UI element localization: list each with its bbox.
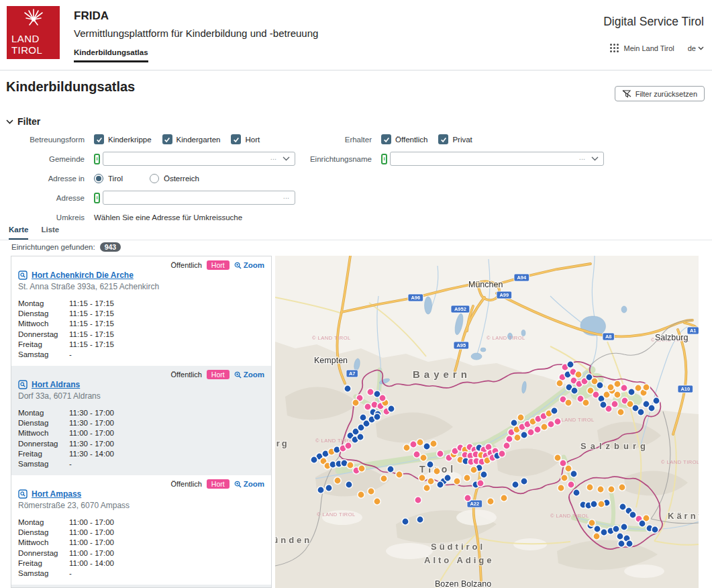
facility-marker[interactable] (628, 389, 635, 395)
facility-marker[interactable] (638, 409, 644, 415)
facility-marker[interactable] (575, 371, 582, 378)
facility-marker[interactable] (477, 480, 484, 487)
facility-marker[interactable] (565, 399, 572, 406)
facility-marker[interactable] (652, 526, 658, 533)
facility-marker[interactable] (617, 533, 623, 540)
facility-marker[interactable] (514, 434, 521, 441)
facility-marker[interactable] (423, 443, 430, 450)
facility-marker[interactable] (594, 526, 601, 532)
facility-marker[interactable] (423, 485, 430, 491)
facility-marker[interactable] (554, 454, 561, 461)
facility-marker[interactable] (444, 475, 451, 481)
facility-marker[interactable] (517, 414, 524, 421)
facility-marker[interactable] (430, 440, 437, 447)
facility-marker[interactable] (387, 466, 394, 473)
facility-marker[interactable] (402, 518, 409, 525)
facility-marker[interactable] (548, 421, 554, 428)
facility-marker[interactable] (626, 540, 633, 547)
facility-marker[interactable] (639, 520, 646, 527)
facility-marker[interactable] (608, 486, 615, 493)
einrichtungsname-combobox[interactable]: ... (390, 152, 604, 166)
facility-marker[interactable] (487, 498, 494, 505)
facility-marker[interactable] (419, 475, 425, 481)
facility-link[interactable]: Hort Aldrans (32, 380, 80, 389)
facility-marker[interactable] (556, 380, 563, 387)
facility-marker[interactable] (396, 471, 403, 478)
facility-marker[interactable] (454, 478, 460, 485)
facility-marker[interactable] (345, 442, 352, 449)
facility-marker[interactable] (554, 418, 561, 425)
facility-link[interactable]: Hort Ampass (32, 489, 81, 499)
facility-marker[interactable] (614, 391, 621, 398)
facility-marker[interactable] (334, 477, 341, 484)
facility-marker[interactable] (317, 487, 324, 493)
facility-marker[interactable] (415, 497, 421, 503)
facility-marker[interactable] (346, 481, 352, 488)
facility-marker[interactable] (410, 441, 417, 448)
facility-marker[interactable] (364, 403, 371, 410)
facility-marker[interactable] (499, 450, 505, 457)
facility-marker[interactable] (388, 405, 395, 412)
facility-list[interactable]: Öffentlich Hort Zoom (11, 256, 272, 588)
zoom-link[interactable]: Zoom (234, 480, 264, 488)
facility-marker[interactable] (325, 485, 332, 491)
facility-marker[interactable] (417, 439, 423, 446)
facility-marker[interactable] (379, 395, 386, 401)
tirol-map[interactable]: © LAND TIROL© LAND TIROL© LAND TIROL© LA… (275, 256, 699, 588)
facility-marker[interactable] (571, 387, 578, 394)
facility-marker[interactable] (567, 361, 574, 368)
facility-marker[interactable] (511, 420, 517, 426)
erhalter-checkbox-öffentlich[interactable]: Öffentlich (381, 134, 427, 144)
betreuungsform-checkbox-kinderkrippe[interactable]: Kinderkrippe (94, 134, 152, 144)
facility-marker[interactable] (464, 495, 471, 501)
facility-marker[interactable] (521, 478, 527, 485)
facility-marker[interactable] (558, 485, 564, 491)
facility-marker[interactable] (551, 407, 558, 414)
land-tirol-logo[interactable]: LANDTIROL (7, 6, 60, 59)
tab-liste[interactable]: Liste (41, 226, 59, 240)
facility-marker[interactable] (358, 491, 364, 498)
facility-marker[interactable] (617, 409, 624, 415)
nav-tab-kinderbildungsatlas[interactable]: Kinderbildungsatlas (74, 48, 148, 62)
facility-marker[interactable] (501, 495, 507, 501)
facility-marker[interactable] (541, 424, 548, 430)
facility-marker[interactable] (534, 426, 541, 433)
facility-marker[interactable] (611, 401, 618, 407)
facility-marker[interactable] (380, 475, 387, 482)
facility-marker[interactable] (503, 442, 510, 449)
facility-marker[interactable] (653, 397, 660, 404)
facility-marker[interactable] (368, 488, 374, 495)
facility-marker[interactable] (464, 475, 470, 481)
facility-marker[interactable] (582, 399, 589, 406)
facility-marker[interactable] (434, 468, 440, 475)
facility-marker[interactable] (437, 481, 444, 488)
betreuungsform-checkbox-hort[interactable]: Hort (231, 134, 260, 144)
facility-marker[interactable] (374, 498, 380, 505)
facility-marker[interactable] (560, 460, 566, 467)
facility-marker[interactable] (607, 384, 614, 391)
zoom-link[interactable]: Zoom (234, 371, 264, 379)
facility-marker[interactable] (527, 429, 534, 436)
facility-marker[interactable] (358, 465, 365, 472)
facility-marker[interactable] (427, 461, 434, 468)
facility-marker[interactable] (352, 399, 359, 406)
facility-marker[interactable] (593, 533, 600, 540)
facility-marker[interactable] (561, 475, 568, 481)
facility-marker[interactable] (591, 501, 597, 507)
facility-marker[interactable] (506, 436, 513, 442)
facility-marker[interactable] (618, 540, 625, 547)
facility-marker[interactable] (367, 389, 374, 395)
info-icon[interactable]: i (381, 154, 387, 164)
facility-marker[interactable] (470, 467, 477, 473)
zoom-link[interactable]: Zoom (234, 261, 264, 269)
facility-marker[interactable] (619, 484, 625, 491)
facility-link[interactable]: Hort Achenkirch Die Arche (32, 271, 134, 280)
facility-marker[interactable] (568, 481, 574, 488)
facility-marker[interactable] (648, 405, 655, 411)
facility-marker[interactable] (621, 385, 627, 391)
facility-marker[interactable] (601, 529, 607, 536)
facility-marker[interactable] (621, 524, 627, 530)
facility-marker[interactable] (403, 444, 410, 451)
adresse-in-radio-österreich[interactable]: Österreich (150, 174, 199, 183)
tab-karte[interactable]: Karte (9, 226, 28, 240)
